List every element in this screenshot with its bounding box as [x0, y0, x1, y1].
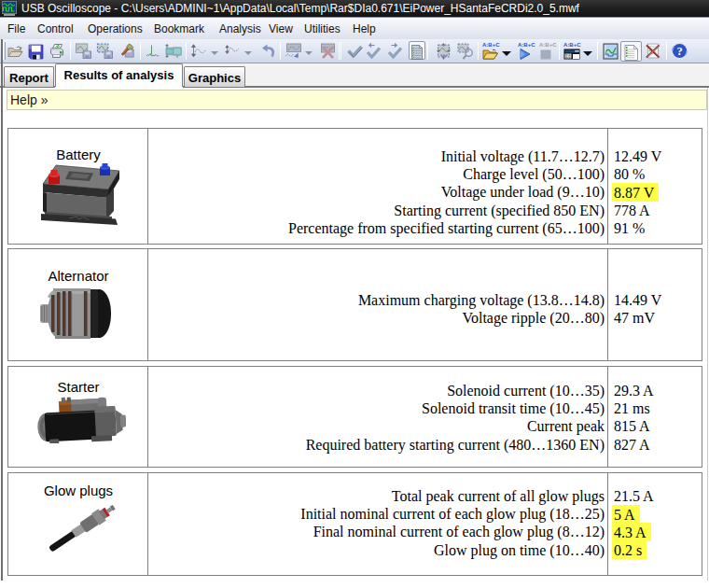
svg-text:?: ? [676, 45, 682, 58]
